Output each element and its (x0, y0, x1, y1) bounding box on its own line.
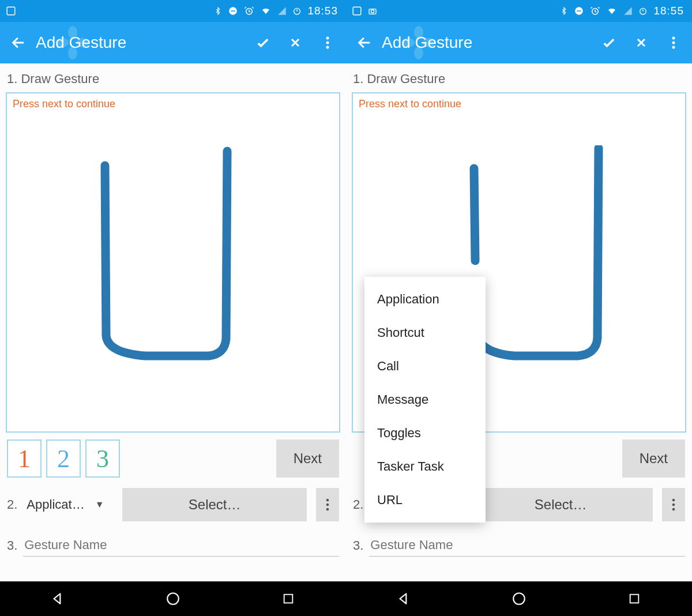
step2-num: 2. (353, 497, 363, 512)
svg-point-12 (326, 499, 329, 502)
action-type-menu: Application Shortcut Call Message Toggle… (364, 277, 486, 523)
canvas-hint: Press next to continue (13, 98, 115, 110)
nav-home-button[interactable] (506, 586, 532, 611)
svg-point-30 (672, 504, 675, 506)
wifi-icon (606, 6, 618, 16)
svg-point-9 (326, 37, 329, 40)
nav-home-button[interactable] (160, 586, 186, 611)
menu-item-call[interactable]: Call (364, 350, 486, 383)
svg-point-31 (672, 508, 675, 511)
next-button[interactable]: Next (276, 440, 339, 478)
confirm-button[interactable] (249, 29, 277, 57)
phone-left: 18:53 Add Gesture (0, 0, 346, 581)
step2-num: 2. (7, 497, 17, 512)
svg-rect-33 (284, 595, 293, 603)
svg-point-27 (672, 42, 675, 44)
cancel-button[interactable] (281, 29, 309, 57)
svg-rect-35 (630, 595, 639, 603)
step3-num: 3. (7, 538, 17, 553)
app-bar: Add Gesture (346, 22, 692, 63)
app-bar: Add Gesture (0, 22, 346, 63)
status-time: 18:53 (307, 5, 338, 17)
svg-rect-2 (231, 10, 236, 12)
status-bar: 18:53 (0, 0, 346, 22)
android-nav-bar (0, 581, 692, 616)
status-time: 18:55 (653, 5, 684, 17)
alarm-icon (590, 6, 600, 16)
battery-icon (638, 6, 648, 16)
bluetooth-icon (560, 5, 568, 17)
screenshot-icon (6, 6, 16, 16)
menu-item-url[interactable]: URL (364, 483, 486, 517)
bluetooth-icon (214, 5, 222, 17)
attempt-3[interactable]: 3 (85, 440, 120, 478)
svg-point-26 (672, 37, 675, 40)
menu-item-application[interactable]: Application (364, 283, 486, 316)
menu-item-message[interactable]: Message (364, 383, 486, 416)
camera-icon (367, 6, 378, 16)
gesture-stroke (59, 145, 289, 393)
svg-point-32 (167, 593, 179, 604)
action-overflow-button[interactable] (316, 488, 339, 521)
overflow-button[interactable] (314, 29, 341, 57)
svg-point-34 (513, 593, 525, 604)
nav-back-button[interactable] (391, 586, 416, 611)
chevron-down-icon: ▼ (95, 499, 104, 510)
phone-right: 18:55 Add Gesture (346, 0, 692, 581)
svg-point-14 (326, 508, 329, 511)
select-button[interactable]: Select… (122, 488, 307, 521)
svg-point-29 (672, 499, 675, 502)
action-overflow-button[interactable] (662, 488, 685, 521)
dropdown-value: Applicat… (27, 497, 84, 512)
step3-num: 3. (353, 538, 363, 553)
nav-back-button[interactable] (45, 586, 70, 611)
gesture-name-input[interactable] (23, 534, 339, 557)
svg-point-10 (326, 42, 329, 44)
attempt-1[interactable]: 1 (7, 440, 42, 478)
gesture-name-input[interactable] (369, 534, 685, 557)
menu-item-shortcut[interactable]: Shortcut (364, 316, 486, 350)
menu-item-tasker[interactable]: Tasker Task (364, 450, 486, 483)
svg-point-21 (640, 8, 646, 14)
dnd-icon (228, 6, 238, 16)
wifi-icon (260, 6, 272, 16)
select-button[interactable]: Select… (468, 488, 653, 521)
signal-icon (623, 6, 633, 16)
svg-point-17 (371, 10, 374, 13)
svg-point-11 (326, 46, 329, 49)
dnd-icon (574, 6, 584, 16)
gesture-canvas[interactable]: Press next to continue (6, 92, 340, 433)
step1-label: 1. Draw Gesture (7, 72, 340, 87)
svg-point-4 (294, 8, 300, 14)
cancel-button[interactable] (627, 29, 655, 57)
screenshot-icon (352, 6, 362, 16)
overflow-button[interactable] (660, 29, 687, 57)
page-title: Add Gesture (36, 33, 249, 52)
svg-point-28 (672, 46, 675, 49)
signal-icon (277, 6, 287, 16)
svg-point-13 (326, 504, 329, 506)
menu-item-toggles[interactable]: Toggles (364, 416, 486, 450)
page-title: Add Gesture (382, 33, 595, 52)
back-button[interactable] (5, 29, 32, 57)
action-type-dropdown[interactable]: Applicat… ▼ (27, 497, 113, 512)
nav-recent-button[interactable] (276, 586, 301, 611)
svg-rect-19 (577, 10, 582, 12)
alarm-icon (244, 6, 254, 16)
next-button[interactable]: Next (622, 440, 685, 478)
canvas-hint: Press next to continue (359, 98, 461, 110)
svg-rect-15 (353, 7, 361, 15)
status-bar: 18:55 (346, 0, 692, 22)
back-button[interactable] (351, 29, 378, 57)
svg-rect-0 (7, 7, 15, 15)
attempt-2[interactable]: 2 (46, 440, 81, 478)
nav-recent-button[interactable] (622, 586, 647, 611)
battery-icon (292, 6, 302, 16)
step1-label: 1. Draw Gesture (353, 72, 686, 87)
confirm-button[interactable] (595, 29, 623, 57)
